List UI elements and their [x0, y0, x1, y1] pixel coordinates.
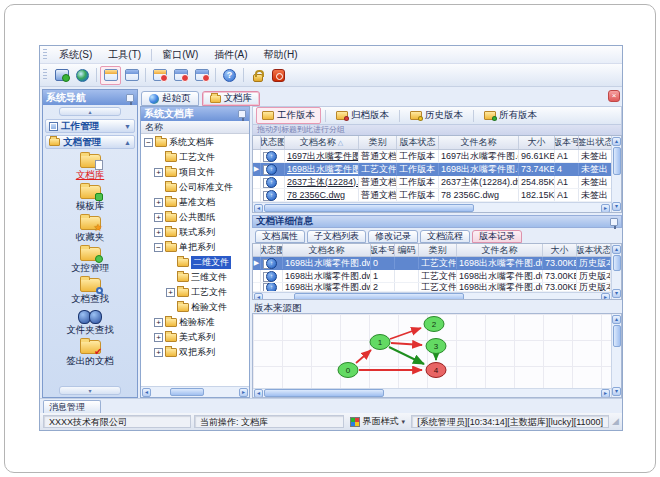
sidebar-item-document-library[interactable]: 文档库 [47, 152, 133, 183]
version-grid-hscrollbar[interactable]: ◂ ▸ [253, 292, 611, 299]
menu-tools[interactable]: 工具(T) [100, 47, 149, 63]
column-header[interactable]: 大小 [543, 244, 577, 256]
tree-node[interactable]: 三维文件 [141, 270, 249, 285]
scroll-up-icon[interactable]: ▴ [612, 315, 621, 324]
document-grid-vscrollbar[interactable]: ▴ ▾ [611, 136, 621, 212]
tree-node[interactable]: 项目文件 [141, 165, 249, 180]
tree-column-header[interactable]: 名称 [141, 121, 249, 134]
tree-node[interactable]: 美式系列 [141, 330, 249, 345]
collapse-icon[interactable] [144, 138, 153, 147]
scrollbar-thumb[interactable] [613, 325, 621, 347]
table-row[interactable]: 78 2356C.dwg 普通文档 工作版本 78 2356C.dwg 182.… [253, 189, 611, 202]
column-header[interactable]: 版本号 [555, 136, 579, 149]
tab-document-properties[interactable]: 文档属性 [255, 230, 305, 243]
pin-icon[interactable] [238, 110, 246, 118]
tree-node[interactable]: 检验标准 [141, 315, 249, 330]
scroll-right-icon[interactable]: ▸ [601, 389, 610, 398]
pin-icon[interactable] [610, 218, 618, 226]
scroll-down-icon[interactable]: ▾ [612, 289, 621, 298]
archive-version-button[interactable]: 归档版本 [330, 107, 395, 124]
document-link[interactable]: 2637主体(12284).dwg [287, 176, 359, 188]
tree-node[interactable]: 双把系列 [141, 345, 249, 360]
lock-button[interactable] [247, 66, 268, 85]
close-tab-button[interactable]: × [608, 90, 620, 102]
help-button[interactable] [219, 66, 240, 85]
table-row-clipped[interactable]: 1698出水嘴零件图.dwg 2 工艺文件 1698出水嘴零件图.dwg 73.… [253, 283, 611, 292]
scrollbar-thumb[interactable] [264, 389, 384, 397]
tab-subdocument-list[interactable]: 子文档列表 [307, 230, 366, 243]
expand-icon[interactable] [154, 228, 163, 237]
scrollbar-thumb[interactable] [294, 293, 464, 299]
menu-window[interactable]: 窗口(W) [154, 47, 206, 63]
scrollbar-thumb[interactable] [170, 388, 204, 396]
resize-grip[interactable]: ◢ [612, 417, 619, 426]
column-header[interactable]: 文档名称 [283, 244, 371, 256]
scroll-left-icon[interactable]: ◂ [254, 204, 263, 213]
screen-settings-button[interactable] [51, 66, 72, 85]
table-row[interactable]: 1698出水嘴零件图.dwg 1 工艺文件 1698出水嘴零件图.dwg 73.… [253, 270, 611, 283]
sidebar-scroll-down-button[interactable]: ▾ [59, 386, 121, 395]
tree-node[interactable]: 公司标准文件 [141, 180, 249, 195]
sidebar-item-doc-search[interactable]: 文档查找 [47, 276, 133, 307]
document-link[interactable]: 1697出水嘴零件图.dwg [287, 150, 359, 162]
scroll-right-icon[interactable]: ▸ [601, 293, 610, 300]
tree-node[interactable]: 单把系列 [141, 240, 249, 255]
column-header[interactable]: 版本状态 [397, 136, 439, 149]
sidebar-item-doc-control[interactable]: 文控管理 [47, 245, 133, 276]
sidebar-item-template-library[interactable]: 模板库 [47, 183, 133, 214]
menu-system[interactable]: 系统(S) [51, 47, 100, 63]
column-header[interactable]: 文件名称 [457, 244, 543, 256]
column-header[interactable]: 版本号 [371, 244, 395, 256]
sidebar-scroll-up-button[interactable]: ▴ [59, 107, 121, 116]
menubar-grip[interactable] [43, 49, 47, 61]
tree-node-selected[interactable]: 二维文件 [141, 255, 249, 270]
scroll-down-icon[interactable]: ▾ [612, 387, 621, 396]
chevron-up-icon[interactable]: ▲ [124, 139, 131, 146]
version-graph-canvas[interactable]: 0 1 2 3 4 ◂ ▸ [253, 314, 611, 397]
sidebar-item-folder-search[interactable]: 文件夹查找 [47, 307, 133, 338]
tree-node[interactable]: 工艺文件 [141, 285, 249, 300]
interface-style-selector[interactable]: 界面样式 ▾ [347, 415, 409, 428]
scroll-left-icon[interactable]: ◂ [254, 293, 263, 300]
scroll-right-icon[interactable]: ▸ [239, 388, 248, 397]
scrollbar-thumb[interactable] [613, 147, 621, 175]
expand-icon[interactable] [154, 333, 163, 342]
folder-window-button[interactable] [100, 66, 121, 85]
column-header[interactable]: 类别 [419, 244, 457, 256]
expand-icon[interactable] [154, 168, 163, 177]
column-header[interactable]: 版本状态 [577, 244, 611, 256]
graph-hscrollbar[interactable]: ◂ ▸ [253, 388, 611, 397]
scroll-up-icon[interactable]: ▴ [612, 137, 621, 146]
expand-icon[interactable] [154, 318, 163, 327]
sidebar-item-favorites[interactable]: ★ 收藏夹 [47, 214, 133, 245]
message-management-tab[interactable]: 消息管理 [43, 400, 101, 413]
document-link[interactable]: 78 2356C.dwg [287, 190, 345, 200]
table-row-selected[interactable]: ▶ 1698出水嘴零件图.dwg 0 工艺文件 1698出水嘴零件图.dwg 7… [253, 257, 611, 270]
sidebar-item-checked-out-docs[interactable]: ✔ 签出的文档 [47, 338, 133, 369]
tree-node[interactable]: 工艺文件 [141, 150, 249, 165]
column-header[interactable]: 文件名称 [439, 136, 519, 149]
work-version-button[interactable]: 工作版本 [256, 107, 321, 124]
all-version-button[interactable]: 所有版本 [478, 107, 543, 124]
toolbar-grip[interactable] [43, 69, 47, 81]
scroll-down-icon[interactable]: ▾ [612, 202, 621, 211]
table-row-selected[interactable]: ▶ 1698出水嘴零件图.dwg 工艺文件 工作版本 1698出水嘴零件图.dw… [253, 163, 611, 176]
window-delete-button[interactable] [191, 66, 212, 85]
window-export-button[interactable] [149, 66, 170, 85]
globe-button[interactable] [72, 66, 93, 85]
scroll-right-icon[interactable]: ▸ [601, 204, 610, 213]
pin-icon[interactable] [126, 94, 134, 102]
window-import-button[interactable] [170, 66, 191, 85]
sidebar-group-work[interactable]: 工作管理 ▼ [45, 119, 135, 133]
column-header[interactable]: 大小 [519, 136, 555, 149]
exit-button[interactable] [268, 66, 289, 85]
tab-version-records[interactable]: 版本记录 [472, 230, 522, 243]
menu-plugins[interactable]: 插件(A) [206, 47, 255, 63]
tab-start-page[interactable]: 起始页 [141, 91, 199, 106]
menu-help[interactable]: 帮助(H) [256, 47, 306, 63]
expand-icon[interactable] [154, 213, 163, 222]
column-header[interactable]: 签出状态 [579, 136, 611, 149]
window-button[interactable] [121, 66, 142, 85]
table-row[interactable]: 1697出水嘴零件图.dwg 普通文档 工作版本 1697出水嘴零件图.dwg … [253, 150, 611, 163]
tree-node[interactable]: 检验文件 [141, 300, 249, 315]
